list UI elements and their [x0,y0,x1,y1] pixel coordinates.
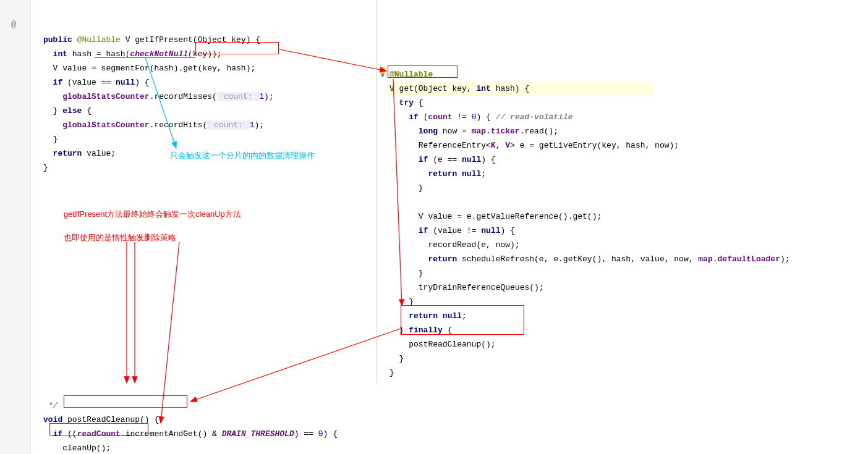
right-code-block: @Nullable V get(Object key, int hash) { … [389,53,790,380]
code-text: (e == [428,155,462,164]
number: 1 [250,120,255,130]
code-text: } [389,183,423,193]
code-text: .read(); [520,127,558,136]
comment: // read-volatile [496,112,573,122]
param-hint: count: [217,92,259,101]
code-text: ReferenceEntry< [389,141,491,150]
annotation-text: getIfPresent方法最终始终会触发一次cleanUp方法 [64,209,241,220]
code-text: } [43,135,57,144]
code-text: ); [264,92,274,101]
keyword-return-null: return null [409,311,462,321]
keyword-if: if [53,78,63,87]
constant: DRAIN_THRESHOLD [222,429,294,439]
keyword-int: int [53,49,67,59]
intention-bulb-icon[interactable]: 💡 [377,67,388,77]
code-text: } [389,326,409,335]
code-text: , [496,141,506,150]
code-text: ) { [323,429,338,439]
keyword-return-null: return null [428,169,481,179]
keyword-finally: finally [409,326,443,335]
keyword-if: if [419,226,428,235]
field-ref: map [472,127,486,136]
code-text: ; [481,169,486,179]
keyword-long: long [419,127,438,136]
split-divider [376,0,377,383]
type-param: V [505,141,510,150]
field-ref: map [698,254,712,264]
param-hint: count: [207,120,249,130]
code-text: } [43,163,48,172]
code-text: (value != [428,226,481,235]
field-ref: count [428,112,452,122]
keyword-int: int [476,84,490,93]
field-ref: globalStatsCounter [62,120,149,130]
code-text: scheduleRefresh(e, e.getKey(), hash, val… [457,254,698,264]
keyword-if: if [409,112,419,122]
keyword-if: if [419,155,428,164]
keyword-void: void [43,415,62,424]
type-param: K [491,141,496,150]
svg-line-2 [279,49,386,71]
annotation-text: 只会触发这一个分片的内的数据清理操作 [170,150,315,161]
code-text: } [389,368,394,377]
code-text: ) { [481,155,495,164]
annotation-nullable: @Nullable [389,70,433,79]
keyword-public: public [43,35,72,44]
field-ref: ticker [491,127,520,136]
code-text: > e = getLiveEntry(key, hash, now); [510,141,679,150]
code-text: V value = segmentFor(hash).get(key, hash… [43,64,255,73]
code-text: value; [82,149,116,158]
keyword-if: if [53,429,63,439]
code-text: { [82,106,91,116]
code-text: } [43,106,62,116]
field-ref: readCount [77,429,121,439]
code-text: hash) { [491,84,529,93]
code-text: V value = e.getValueReference().get(); [389,212,602,221]
number: 0 [318,429,323,439]
code-text: ) == [294,429,318,439]
number: 1 [259,92,264,101]
field-ref: defaultLoader [718,254,780,264]
bottom-code-block: */ void postReadCleanup() { if ((readCou… [43,384,338,454]
code-text: cleanUp(); [43,443,111,453]
code-text: postReadCleanup(); [389,340,496,349]
annotation-nullable: @Nullable [77,35,121,44]
code-text: ) { [135,78,149,87]
code-text: != [452,112,471,122]
code-text: . [713,254,718,264]
keyword-return: return [428,254,457,264]
field-ref: globalStatsCounter [62,92,149,101]
annotation-text: 也即使用的是惰性触发删除策略 [64,232,176,243]
code-text: . [486,127,491,136]
code-text: .incrementAndGet() & [121,429,222,439]
code-text: now = [438,127,472,136]
keyword-null: null [481,226,500,235]
code-text: ) { [500,226,514,235]
code-text: ( [419,112,428,122]
code-text: tryDrainReferenceQueues(); [389,283,544,292]
comment: */ [43,401,57,410]
code-text: } [389,297,414,306]
keyword-null: null [462,155,481,164]
code-text: .recordHits( [150,120,208,130]
code-text: (value == [62,78,116,87]
code-text: ); [780,254,790,264]
code-text: ); [255,120,265,130]
keyword-try: try [399,98,414,107]
code-text: ; [462,311,467,321]
editor-gutter: @ [0,0,31,454]
code-text: recordRead(e, now); [389,240,520,250]
keyword-else: else [62,106,82,116]
underline-annotation [95,57,195,58]
code-text: V getIfPresent(Object key) { [121,35,260,44]
code-text: { [414,98,423,107]
keyword-return: return [53,149,82,158]
code-text: .recordMisses( [150,92,217,101]
code-text: } [389,269,423,278]
code-text: ) { [476,112,495,122]
code-text: { [443,326,453,335]
code-text: postReadCleanup() { [62,415,159,424]
code-text: (( [62,429,77,439]
override-icon[interactable]: @ [11,20,16,30]
code-text: V get(Object key, [389,84,476,93]
